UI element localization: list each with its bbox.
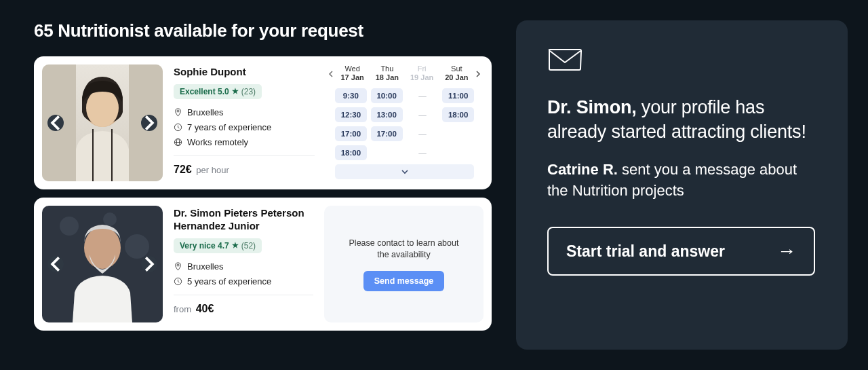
day-date: 17 Jan: [336, 73, 368, 81]
start-trial-button[interactable]: Start trial and answer →: [547, 227, 815, 276]
day-header: Thu18 Jan: [371, 64, 403, 81]
experience-row: 7 years of experience: [174, 122, 315, 132]
price-row: 72€ per hour: [174, 155, 315, 176]
profile-photo: [42, 206, 163, 322]
day-of-week: Sut: [441, 64, 473, 73]
envelope-icon: [547, 48, 583, 72]
time-slot[interactable]: 17:00: [371, 126, 403, 141]
nutritionist-name: Dr. Simon Pieters Peterson Hernandez Jun…: [174, 207, 313, 233]
chevron-left-icon: [47, 115, 64, 131]
photo-prev-button[interactable]: [47, 256, 64, 272]
time-slot-unavailable: —: [407, 88, 439, 103]
svg-point-13: [84, 227, 121, 269]
time-slot[interactable]: 12:30: [335, 107, 367, 122]
time-slot[interactable]: 17:00: [335, 126, 367, 141]
day-date: 20 Jan: [441, 73, 473, 81]
rating-count: (23): [241, 87, 256, 96]
time-slot[interactable]: 9:30: [335, 88, 367, 103]
cta-label: Start trial and answer: [566, 242, 725, 261]
info-column: Dr. Simon Pieters Peterson Hernandez Jun…: [174, 206, 313, 322]
price-row: from 40€: [174, 295, 313, 315]
time-slot[interactable]: 13:00: [371, 107, 403, 122]
chevron-left-icon: [47, 256, 64, 272]
experience-text: 5 years of experience: [187, 276, 271, 286]
svg-point-4: [86, 89, 119, 127]
nutritionist-card: Dr. Simon Pieters Peterson Hernandez Jun…: [34, 198, 492, 331]
location-row: Bruxelles: [174, 261, 313, 272]
star-icon: ★: [232, 87, 239, 96]
remote-row: Works remotely: [174, 137, 315, 147]
day-header: Wed17 Jan: [336, 64, 368, 81]
chevron-down-icon: [401, 169, 409, 174]
promo-panel: Dr. Simon, your profile has already star…: [516, 20, 848, 350]
star-icon: ★: [232, 241, 239, 250]
price-value: 72€: [174, 164, 192, 175]
chevron-left-icon: [328, 71, 334, 77]
time-slot-unavailable: —: [407, 126, 439, 141]
chevron-right-icon: [141, 115, 157, 131]
promo-headline: Dr. Simon, your profile has already star…: [547, 95, 816, 145]
time-slot-unavailable: —: [407, 145, 439, 160]
promo-sender: Catrine R.: [547, 161, 618, 178]
promo-name: Dr. Simon,: [547, 97, 637, 117]
nutritionist-card: Sophie Dupont Excellent 5.0 ★ (23) Bruxe…: [34, 56, 492, 189]
photo-next-button[interactable]: [141, 256, 157, 272]
experience-row: 5 years of experience: [174, 276, 313, 286]
day-date: 19 Jan: [406, 73, 438, 81]
photo-next-button[interactable]: [141, 115, 157, 131]
day-of-week: Fri: [406, 64, 438, 73]
expand-schedule-button[interactable]: [335, 164, 474, 179]
profile-photo: [42, 64, 163, 181]
day-header: Sut20 Jan: [441, 64, 473, 81]
pin-icon: [174, 108, 182, 117]
time-slot[interactable]: 18:00: [442, 107, 474, 122]
svg-point-12: [103, 212, 117, 226]
rating-text: Excellent 5.0: [180, 87, 229, 96]
day-date: 18 Jan: [371, 73, 403, 81]
clock-icon: [174, 123, 182, 132]
time-slot-unavailable: —: [407, 107, 439, 122]
day-of-week: Wed: [336, 64, 368, 73]
pin-icon: [174, 262, 182, 271]
price-value: 40€: [196, 303, 214, 314]
clock-icon: [174, 277, 182, 286]
globe-icon: [174, 138, 182, 147]
day-header: Fri19 Jan: [406, 64, 438, 81]
results-heading: 65 Nutritionist available for your reque…: [34, 20, 492, 41]
location-text: Bruxelles: [187, 261, 223, 272]
chevron-right-icon: [475, 71, 481, 77]
promo-subtext: Catrine R. sent you a message about the …: [547, 160, 816, 202]
contact-message: Please contact to learn about the availa…: [343, 238, 465, 261]
rating-text: Very nice 4.7: [180, 241, 229, 251]
photo-prev-button[interactable]: [47, 115, 64, 131]
contact-box: Please contact to learn about the availa…: [324, 206, 484, 322]
remote-text: Works remotely: [187, 137, 248, 147]
chevron-right-icon: [141, 256, 157, 272]
nutritionist-name: Sophie Dupont: [174, 66, 315, 79]
time-slot[interactable]: 11:00: [442, 88, 474, 103]
price-suffix: per hour: [196, 165, 229, 175]
experience-text: 7 years of experience: [187, 122, 271, 132]
time-slot[interactable]: 18:00: [335, 145, 367, 160]
schedule-next-button[interactable]: [473, 69, 484, 79]
day-of-week: Thu: [371, 64, 403, 73]
rating-count: (52): [241, 241, 256, 251]
location-text: Bruxelles: [187, 107, 223, 117]
location-row: Bruxelles: [174, 107, 315, 117]
schedule-prev-button[interactable]: [326, 69, 336, 79]
time-slot[interactable]: 10:00: [371, 88, 403, 103]
rating-badge: Excellent 5.0 ★ (23): [174, 84, 262, 99]
send-message-button[interactable]: Send message: [363, 271, 445, 291]
arrow-right-icon: →: [777, 240, 796, 262]
rating-badge: Very nice 4.7 ★ (52): [174, 238, 262, 253]
svg-point-11: [125, 234, 149, 259]
info-column: Sophie Dupont Excellent 5.0 ★ (23) Bruxe…: [174, 64, 315, 181]
price-prefix: from: [174, 304, 191, 314]
svg-point-10: [60, 217, 79, 236]
schedule-column: Wed17 JanThu18 JanFri19 JanSut20 Jan 9:3…: [326, 64, 484, 181]
